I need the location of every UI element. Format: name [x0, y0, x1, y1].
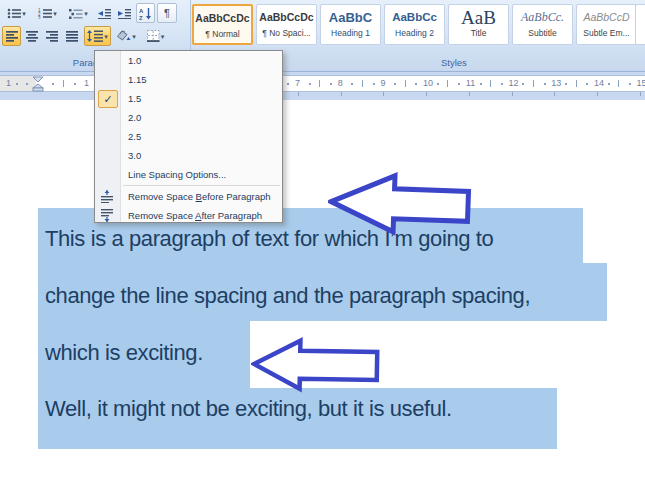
- menu-item-1-0[interactable]: 1.0: [95, 51, 282, 70]
- ruler-tick: [490, 80, 491, 87]
- style-chip-normal[interactable]: AaBbCcDc ¶ Normal: [192, 4, 253, 45]
- line-spacing-button[interactable]: ▾: [84, 26, 111, 46]
- ruler-tick: [341, 92, 342, 96]
- ruler-number: 14: [594, 78, 604, 88]
- ruler-tick: [415, 83, 417, 85]
- increase-indent-button[interactable]: [115, 3, 134, 23]
- style-chip-heading1[interactable]: AaBbC Heading 1: [320, 4, 381, 45]
- chevron-down-icon: ▾: [53, 10, 57, 17]
- indent-marker-icon[interactable]: [32, 76, 44, 92]
- ruler-tick: [586, 83, 588, 85]
- borders-button[interactable]: ▾: [142, 26, 169, 46]
- numbering-button[interactable]: 1 2 3 ▾: [33, 3, 62, 23]
- style-chip-heading2[interactable]: AaBbCc Heading 2: [384, 4, 445, 45]
- ruler-tick: [447, 80, 448, 87]
- ruler-tick: [576, 80, 577, 87]
- style-label: Subtle Em...: [577, 28, 636, 38]
- ruler-tick: [597, 92, 598, 96]
- ruler-tick: [52, 83, 54, 85]
- ruler-tick: [437, 83, 439, 85]
- decrease-indent-icon: [98, 8, 111, 19]
- menu-item-remove-space-before[interactable]: Remove Space Before Paragraph: [95, 187, 282, 206]
- menu-item-line-spacing-options[interactable]: Line Spacing Options...: [95, 165, 282, 184]
- show-hide-button[interactable]: ¶: [157, 3, 177, 23]
- style-sample: AaB: [449, 5, 508, 28]
- ruler-tick: [512, 92, 513, 96]
- style-label: Emp...: [636, 28, 645, 38]
- ruler-tick: [554, 92, 555, 96]
- align-right-button[interactable]: [42, 26, 61, 46]
- ruler-tick: [319, 80, 320, 87]
- style-label: ¶ Normal: [194, 29, 251, 39]
- align-center-button[interactable]: [22, 26, 41, 46]
- ruler-number: 15: [637, 78, 645, 88]
- left-arrow-annotation-1: [327, 170, 473, 241]
- ruler-tick: [26, 83, 28, 85]
- align-left-button[interactable]: [2, 26, 21, 46]
- style-label: Heading 2: [385, 28, 444, 38]
- style-label: Subtitle: [513, 28, 572, 38]
- ruler-number: 9: [380, 78, 385, 88]
- style-sample: AaBbCcDc: [257, 5, 316, 28]
- bullets-button[interactable]: ▾: [2, 3, 31, 23]
- ruler-number: 11: [466, 78, 475, 88]
- style-chip-subtle-emphasis[interactable]: AaBbCcD Subtle Em...: [576, 4, 637, 45]
- align-left-icon: [6, 31, 18, 42]
- style-chip-no-spacing[interactable]: AaBbCcDc ¶ No Spaci...: [256, 4, 317, 45]
- style-chip-subtitle[interactable]: AaBbCc. Subtitle: [512, 4, 573, 45]
- borders-icon: [147, 30, 160, 42]
- ruler-tick: [394, 83, 396, 85]
- ruler-tick: [309, 83, 311, 85]
- ruler-tick: [287, 83, 289, 85]
- ruler-tick: [405, 80, 406, 87]
- shading-icon: [117, 30, 131, 42]
- style-sample: AaBbCc: [385, 5, 444, 28]
- style-chip-title[interactable]: AaB Title: [448, 4, 509, 45]
- ruler-tick: [351, 83, 353, 85]
- shading-button[interactable]: ▾: [113, 26, 140, 46]
- ruler-number: 7: [295, 78, 300, 88]
- menu-item-2-0[interactable]: 2.0: [95, 108, 282, 127]
- ruler-number: 13: [551, 78, 561, 88]
- menu-item-1-15[interactable]: 1.15: [95, 70, 282, 89]
- line-spacing-icon: [87, 30, 103, 42]
- chevron-down-icon: ▾: [104, 33, 108, 40]
- word-window: ▾ 1 2 3 ▾ ▾: [0, 0, 645, 499]
- ruler-tick: [298, 92, 299, 96]
- menu-item-2-5[interactable]: 2.5: [95, 127, 282, 146]
- style-sample: AaB: [636, 5, 645, 28]
- ruler-tick: [608, 83, 610, 85]
- document-line: Well, it might not be exciting, but it i…: [45, 396, 452, 422]
- ruler-tick: [544, 83, 546, 85]
- chevron-down-icon: ▾: [132, 33, 136, 40]
- chevron-down-icon: ▾: [84, 10, 88, 17]
- numbering-icon: 1 2 3: [38, 8, 52, 19]
- justify-button[interactable]: [62, 26, 81, 46]
- ruler-tick: [330, 83, 332, 85]
- document-line: change the line spacing and the paragrap…: [45, 283, 530, 309]
- menu-separator: [123, 185, 280, 186]
- ruler-number: 12: [509, 78, 519, 88]
- ruler-tick: [426, 92, 427, 96]
- ruler-tick: [362, 80, 363, 87]
- decrease-indent-button[interactable]: [95, 3, 114, 23]
- left-arrow-annotation-2: [251, 336, 382, 395]
- chevron-down-icon: ▾: [22, 10, 26, 17]
- svg-text:3: 3: [38, 16, 41, 19]
- ruler-tick: [618, 80, 619, 87]
- multilevel-list-button[interactable]: ▾: [64, 3, 93, 23]
- style-chip-emphasis[interactable]: AaB Emp...: [635, 4, 645, 45]
- sort-button[interactable]: A Z: [136, 3, 155, 23]
- menu-item-3-0[interactable]: 3.0: [95, 146, 282, 165]
- menu-item-remove-space-after[interactable]: Remove Space After Paragraph: [95, 206, 282, 225]
- ruler-number: 10: [423, 78, 433, 88]
- ruler-tick: [480, 83, 482, 85]
- ruler-tick: [63, 80, 64, 87]
- pilcrow-icon: ¶: [164, 7, 170, 19]
- style-sample: AaBbCc.: [513, 5, 572, 28]
- chevron-down-icon: ▾: [161, 33, 165, 40]
- align-center-icon: [26, 31, 38, 42]
- ruler-tick: [522, 83, 524, 85]
- ruler-tick: [373, 83, 375, 85]
- menu-item-1-5[interactable]: ✓ 1.5: [95, 89, 282, 108]
